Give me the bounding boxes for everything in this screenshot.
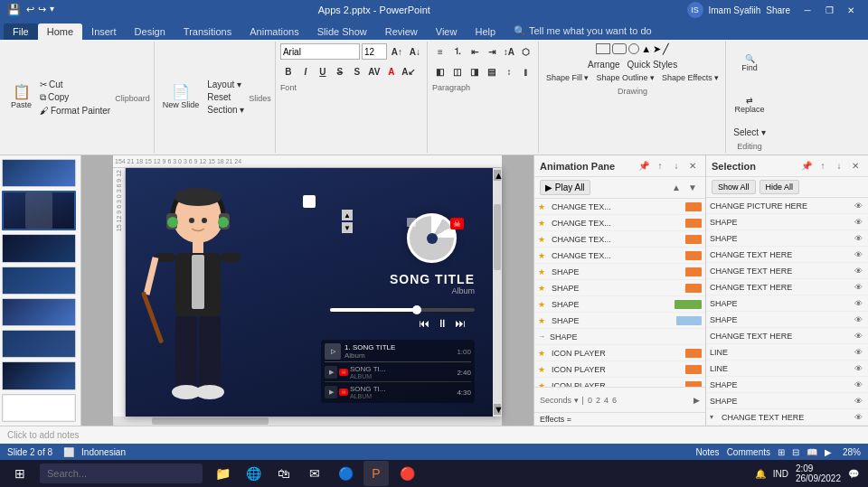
slide-thumb-3[interactable]: 3 xyxy=(2,234,76,262)
tab-slideshow[interactable]: Slide Show xyxy=(308,23,376,40)
sel-item-change-text-group-1[interactable]: ▾ CHANGE TEXT HERE 👁 xyxy=(706,409,868,426)
decrease-font-button[interactable]: A↓ xyxy=(407,43,423,60)
canvas-area[interactable]: 154 21 18 15 12 9 6 3 0 3 6 9 12 15 18 2… xyxy=(81,155,533,426)
customize-icon[interactable]: ▾ xyxy=(50,4,54,16)
shape-fill-button[interactable]: Shape Fill ▾ xyxy=(543,72,592,83)
eye-icon-8[interactable]: 👁 xyxy=(852,315,864,324)
anim-item-5[interactable]: ★ SHAPE xyxy=(534,264,705,280)
anim-item-3[interactable]: ★ CHANGE TEX... xyxy=(534,231,705,248)
restore-button[interactable]: ❐ xyxy=(819,2,839,18)
sel-item-change-text-3[interactable]: CHANGE TEXT HERE 👁 xyxy=(706,279,868,295)
sel-item-shape-5[interactable]: SHAPE 👁 xyxy=(706,377,868,393)
layout-button[interactable]: Layout ▾ xyxy=(204,79,247,90)
eye-icon-13[interactable]: 👁 xyxy=(852,397,864,406)
select-button[interactable]: Select ▾ xyxy=(731,126,769,138)
sel-pane-arrow-up[interactable]: ↑ xyxy=(816,159,830,173)
quick-styles-button[interactable]: Quick Styles xyxy=(625,59,681,70)
start-button[interactable]: ⊞ xyxy=(4,461,36,486)
align-right-button[interactable]: ◨ xyxy=(467,63,483,80)
anim-pane-arrow-down[interactable]: ↓ xyxy=(669,159,684,173)
bullets-button[interactable]: ≡ xyxy=(432,43,448,60)
view-slideshow-icon[interactable]: ▶ xyxy=(825,447,832,457)
shape-arrow[interactable]: ➤ xyxy=(653,43,661,55)
shape-triangle[interactable]: ▲ xyxy=(641,43,651,55)
show-all-button[interactable]: Show All xyxy=(712,180,756,194)
tab-view[interactable]: View xyxy=(427,23,467,40)
sel-item-line-1[interactable]: LINE 👁 xyxy=(706,344,868,361)
taskbar-icon-mail[interactable]: ✉ xyxy=(302,461,327,486)
paste-button[interactable]: 📋 Paste xyxy=(7,78,35,117)
shape-line[interactable]: ╱ xyxy=(663,43,669,55)
sel-item-change-picture[interactable]: CHANGE PICTURE HERE 👁 xyxy=(706,198,868,214)
tab-design[interactable]: Design xyxy=(126,23,175,40)
decrease-indent-button[interactable]: ⇤ xyxy=(467,43,483,60)
view-slidesorter-icon[interactable]: ⊟ xyxy=(792,447,799,457)
save-icon[interactable]: 💾 xyxy=(7,4,21,16)
seconds-label[interactable]: Seconds ▾ xyxy=(540,396,579,405)
tab-animations[interactable]: Animations xyxy=(241,23,307,40)
font-name-input[interactable] xyxy=(280,43,360,60)
comments-btn[interactable]: Comments xyxy=(727,447,770,457)
taskbar-icon-explorer[interactable]: 📁 xyxy=(210,461,235,486)
anim-pane-pin[interactable]: 📌 xyxy=(637,159,651,173)
taskbar-icon-chrome[interactable]: 🔴 xyxy=(394,461,420,486)
eye-icon-10[interactable]: 👁 xyxy=(852,348,864,357)
cut-button[interactable]: ✂ Cut xyxy=(37,79,113,90)
underline-button[interactable]: U xyxy=(315,63,331,80)
slide-thumb-6[interactable]: 6 xyxy=(2,330,76,358)
tab-file[interactable]: File xyxy=(4,23,38,40)
taskbar-icon-store[interactable]: 🛍 xyxy=(271,461,297,486)
anim-item-11[interactable]: ★ ICON PLAYER xyxy=(534,361,705,378)
sel-item-change-text-2[interactable]: CHANGE TEXT HERE 👁 xyxy=(706,263,868,279)
eye-icon-14[interactable]: 👁 xyxy=(852,413,864,422)
find-button[interactable]: 🔍 Find xyxy=(737,43,762,83)
eye-icon-7[interactable]: 👁 xyxy=(852,299,864,308)
anim-item-9[interactable]: → SHAPE xyxy=(534,329,705,345)
sel-item-line-2[interactable]: LINE 👁 xyxy=(706,361,868,377)
reset-button[interactable]: Reset xyxy=(204,91,247,103)
sel-item-shape-1[interactable]: SHAPE 👁 xyxy=(706,214,868,230)
share-btn[interactable]: Share xyxy=(766,5,790,15)
eye-icon-2[interactable]: 👁 xyxy=(852,218,864,227)
bold-button[interactable]: B xyxy=(280,63,297,80)
sel-item-shape-3[interactable]: SHAPE 👁 xyxy=(706,295,868,312)
taskbar-icon-browser2[interactable]: 🔵 xyxy=(333,461,358,486)
char-spacing-button[interactable]: AV xyxy=(366,63,382,80)
tab-help[interactable]: Help xyxy=(466,23,505,40)
close-button[interactable]: ✕ xyxy=(841,2,861,18)
view-normal-icon[interactable]: ⊞ xyxy=(778,447,785,457)
sel-pane-close[interactable]: ✕ xyxy=(848,159,863,173)
anim-pane-close[interactable]: ✕ xyxy=(685,159,700,173)
sel-item-shape-6[interactable]: SHAPE 👁 xyxy=(706,393,868,409)
tab-search[interactable]: 🔍 Tell me what you want to do xyxy=(505,23,661,40)
text-direction-button[interactable]: ↕A xyxy=(501,43,517,60)
align-left-button[interactable]: ◧ xyxy=(432,63,448,80)
sel-pane-pin[interactable]: 📌 xyxy=(799,159,814,173)
scroll-up-btn[interactable]: ▲ xyxy=(494,170,501,181)
slide-thumb-1[interactable]: 1 xyxy=(2,159,76,187)
section-button[interactable]: Section ▾ xyxy=(204,104,247,116)
strikethrough-button[interactable]: S xyxy=(332,63,348,80)
tab-review[interactable]: Review xyxy=(376,23,427,40)
eye-icon-4[interactable]: 👁 xyxy=(852,250,864,259)
anim-pane-arrow-up[interactable]: ↑ xyxy=(653,159,667,173)
eye-icon-3[interactable]: 👁 xyxy=(852,234,864,243)
eye-icon-5[interactable]: 👁 xyxy=(852,267,864,276)
columns-button[interactable]: ⫿ xyxy=(518,63,534,80)
taskbar-icon-edge[interactable]: 🌐 xyxy=(241,461,266,486)
anim-item-7[interactable]: ★ SHAPE xyxy=(534,296,705,313)
copy-button[interactable]: ⧉ Copy xyxy=(37,91,113,104)
scroll-btn-up[interactable]: ▲ xyxy=(342,210,353,220)
anim-item-12[interactable]: ★ ICON PLAYER xyxy=(534,378,705,387)
hscroll-thumb[interactable] xyxy=(152,417,269,425)
justify-button[interactable]: ▤ xyxy=(484,63,500,80)
sel-pane-arrow-down[interactable]: ↓ xyxy=(832,159,846,173)
align-center-button[interactable]: ◫ xyxy=(449,63,466,80)
tab-transitions[interactable]: Transitions xyxy=(175,23,241,40)
slide-thumb-8[interactable]: 8 xyxy=(2,394,76,422)
taskbar-notification-icon[interactable]: 🔔 xyxy=(755,469,766,479)
anim-item-6[interactable]: ★ SHAPE xyxy=(534,280,705,296)
shape-effects-button[interactable]: Shape Effects ▾ xyxy=(659,72,722,83)
scroll-btn-down[interactable]: ▼ xyxy=(342,222,353,233)
shape-outline-button[interactable]: Shape Outline ▾ xyxy=(593,72,657,83)
